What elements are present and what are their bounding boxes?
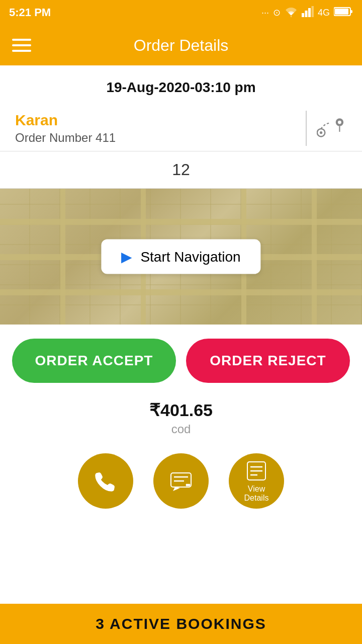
phone-icon [95,470,117,492]
start-navigation-button[interactable]: ▶ Start Navigation [101,239,260,274]
battery-icon [334,7,353,19]
svg-point-10 [338,120,341,124]
action-buttons: ViewDetails [0,438,362,524]
svg-rect-2 [308,8,311,17]
svg-rect-1 [305,11,307,17]
svg-point-15 [188,484,191,487]
svg-rect-6 [350,10,352,13]
order-count-section: 12 [0,151,362,189]
app-header: Order Details [0,25,362,65]
customer-info: Karan Order Number 411 [15,112,296,145]
header-title: Order Details [134,36,229,55]
active-bookings-label: 3 ACTIVE BOOKINGS [96,615,266,632]
map-road [0,289,362,295]
status-icons: ··· ⊙ 4G [261,6,353,20]
route-icon [317,117,347,140]
payment-type: cod [0,422,362,436]
message-icon [170,470,192,492]
signal-bars-icon [302,6,314,20]
map-road [0,219,362,225]
location-icon-wrap [317,117,347,140]
call-button[interactable] [78,453,133,509]
order-reject-button[interactable]: ORDER REJECT [186,339,350,383]
price-section: ₹401.65 cod [0,393,362,438]
svg-rect-0 [302,13,304,17]
svg-rect-5 [335,9,348,15]
date-section: 19-Aug-2020-03:10 pm [0,65,362,106]
map-section: ▶ Start Navigation [0,189,362,325]
order-number: Order Number 411 [15,131,296,145]
price-amount: ₹401.65 [0,400,362,420]
view-details-label: ViewDetails [244,485,269,503]
menu-line-2 [12,44,31,46]
menu-line-3 [12,50,31,52]
svg-point-8 [320,131,322,134]
network-type-icon: 4G [318,8,330,18]
signal-dots-icon: ··· [261,8,269,18]
order-action-buttons: ORDER ACCEPT ORDER REJECT [0,325,362,393]
menu-line-1 [12,39,31,41]
item-count: 12 [172,160,190,179]
active-bookings-bar[interactable]: 3 ACTIVE BOOKINGS [0,604,362,644]
location-status-icon: ⊙ [273,7,281,18]
vertical-divider [306,111,307,146]
order-accept-button[interactable]: ORDER ACCEPT [12,339,176,383]
status-time: 5:21 PM [9,6,51,19]
navigation-arrow-icon: ▶ [121,249,132,265]
map-road [312,189,317,325]
message-button[interactable] [153,453,209,509]
view-details-button[interactable]: ViewDetails [229,453,284,509]
svg-rect-3 [311,6,314,17]
map-road [60,189,65,325]
order-date: 19-Aug-2020-03:10 pm [106,79,255,95]
customer-section: Karan Order Number 411 [0,106,362,151]
wifi-icon [285,6,298,20]
status-bar: 5:21 PM ··· ⊙ 4G [0,0,362,25]
menu-button[interactable] [12,39,31,52]
customer-name: Karan [15,112,296,129]
details-icon [245,460,267,482]
start-nav-label: Start Navigation [140,249,240,265]
